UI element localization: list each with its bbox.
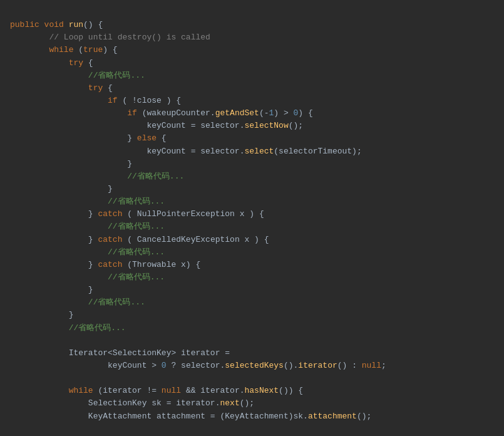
code-editor: public void run() { // Loop until destro…	[0, 0, 504, 436]
code-line: } catch ( NullPointerException x ) {	[0, 208, 504, 221]
code-line: }	[0, 309, 504, 321]
code-line: } catch (Throwable x) {	[0, 259, 504, 271]
code-line: public void run() {	[0, 19, 504, 31]
code-line: keyCount = selector.select(selectorTimeo…	[0, 145, 504, 158]
code-line: Iterator<SelectionKey> iterator =	[0, 347, 504, 360]
code-line: }	[0, 158, 504, 170]
code-line: //省略代码...	[0, 271, 504, 284]
code-line: while (true) {	[0, 44, 504, 56]
code-line	[0, 372, 504, 385]
code-line: try {	[0, 82, 504, 95]
code-line: SelectionKey sk = iterator.next();	[0, 397, 504, 410]
code-line: //省略代码...	[0, 195, 504, 208]
code-line: keyCount = selector.selectNow();	[0, 120, 504, 132]
code-line	[0, 335, 504, 347]
code-line: } catch ( CancelledKeyException x ) {	[0, 234, 504, 246]
code-line: try {	[0, 57, 504, 70]
code-line: //省略代码...	[0, 246, 504, 259]
code-line: }	[0, 183, 504, 195]
code-line: //省略代码...	[0, 322, 504, 335]
code-line: // Loop until destroy() is called	[0, 31, 504, 44]
code-line: while (iterator != null && iterator.hasN…	[0, 385, 504, 397]
code-line: //省略代码...	[0, 221, 504, 233]
code-line: keyCount > 0 ? selector.selectedKeys().i…	[0, 360, 504, 372]
code-line: //省略代码...	[0, 70, 504, 82]
code-line: //省略代码...	[0, 296, 504, 309]
code-line	[0, 423, 504, 435]
code-line: }	[0, 284, 504, 296]
code-line: KeyAttachment attachment = (KeyAttachmen…	[0, 410, 504, 423]
code-line: if ( !close ) {	[0, 95, 504, 107]
code-line: } else {	[0, 132, 504, 145]
code-line: if (wakeupCounter.getAndSet(-1) > 0) {	[0, 107, 504, 120]
code-line: //省略代码...	[0, 170, 504, 183]
